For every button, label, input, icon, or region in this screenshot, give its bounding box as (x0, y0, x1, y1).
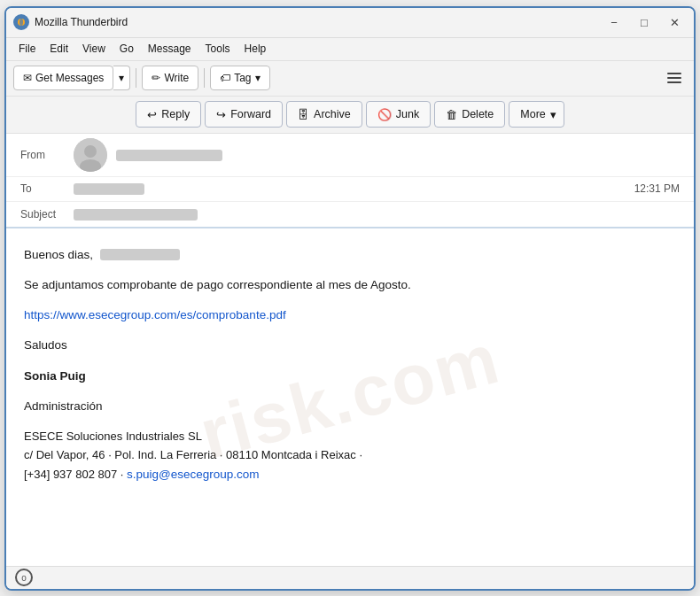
reply-icon: ↩ (147, 108, 157, 121)
titlebar: Mozilla Thunderbird − □ ✕ (6, 8, 694, 38)
archive-button[interactable]: 🗄 Archive (286, 101, 362, 128)
company-line2: c/ Del Vapor, 46 · Pol. Ind. La Ferreria… (24, 446, 676, 465)
junk-label: Junk (396, 108, 419, 120)
close-button[interactable]: ✕ (662, 12, 687, 32)
menu-go[interactable]: Go (113, 41, 141, 57)
get-messages-dropdown-button[interactable]: ▾ (113, 66, 130, 90)
action-bar: ↩ Reply ↪ Forward 🗄 Archive 🚫 Junk 🗑 Del… (6, 97, 694, 134)
more-button[interactable]: More ▾ (509, 101, 564, 128)
hamburger-line-3 (667, 81, 681, 83)
email-saludo: Saludos (24, 337, 676, 354)
main-toolbar: ✉ Get Messages ▾ ✏ Write 🏷 Tag ▾ (6, 61, 694, 97)
delete-button[interactable]: 🗑 Delete (434, 101, 505, 128)
get-messages-button[interactable]: ✉ Get Messages (13, 66, 113, 90)
email-time: 12:31 PM (634, 182, 680, 195)
forward-button[interactable]: ↪ Forward (205, 101, 283, 128)
company-phone: [+34] 937 802 807 · (24, 468, 127, 481)
greeting-redacted (100, 249, 180, 260)
statusbar: ο (6, 566, 694, 589)
company-email-link[interactable]: s.puig@esecegroup.com (127, 468, 260, 481)
email-greeting: Buenos dias, (24, 246, 676, 264)
company-line1: ESECE Soluciones Industriales SL (24, 428, 676, 446)
email-body: risk.com Buenos dias, Se adjuntamos comp… (6, 228, 694, 566)
tag-label: Tag (234, 72, 251, 84)
menu-help[interactable]: Help (237, 41, 274, 57)
main-window: Mozilla Thunderbird − □ ✕ File Edit View… (4, 6, 696, 591)
signature-role: Administración (24, 398, 676, 415)
tag-button[interactable]: 🏷 Tag ▾ (210, 66, 269, 90)
junk-icon: 🚫 (377, 108, 392, 121)
email-link[interactable]: https://www.esecegroup.com/es/comprobant… (24, 308, 286, 321)
hamburger-line-2 (667, 77, 681, 79)
email-link-paragraph: https://www.esecegroup.com/es/comprobant… (24, 306, 676, 324)
subject-label: Subject (20, 208, 74, 221)
window-controls: − □ ✕ (602, 12, 687, 32)
from-label: From (20, 149, 74, 161)
to-value (74, 182, 634, 195)
svg-point-2 (19, 19, 23, 26)
reply-button[interactable]: ↩ Reply (136, 101, 201, 128)
to-redacted (74, 183, 144, 195)
from-value (116, 148, 680, 160)
from-redacted (116, 150, 222, 161)
more-chevron-icon: ▾ (550, 108, 556, 121)
subject-redacted (74, 209, 198, 221)
delete-icon: 🗑 (446, 108, 457, 121)
to-label: To (20, 182, 74, 195)
menubar: File Edit View Go Message Tools Help (6, 38, 694, 61)
get-messages-label: Get Messages (35, 72, 104, 84)
archive-icon: 🗄 (298, 108, 309, 121)
company-line3: [+34] 937 802 807 · s.puig@esecegroup.co… (24, 465, 676, 484)
get-messages-icon: ✉ (23, 72, 32, 84)
app-icon (13, 14, 29, 30)
write-icon: ✏ (152, 72, 160, 84)
reply-label: Reply (161, 108, 190, 120)
archive-label: Archive (314, 108, 351, 120)
forward-icon: ↪ (216, 108, 226, 121)
minimize-button[interactable]: − (602, 12, 626, 32)
email-headers: From To 12:31 PM Subject (6, 134, 694, 228)
tag-icon: 🏷 (220, 72, 230, 84)
to-row: To 12:31 PM (6, 177, 694, 202)
activity-icon: ο (15, 569, 33, 586)
from-row: From (6, 134, 694, 177)
window-title: Mozilla Thunderbird (35, 16, 602, 28)
hamburger-line-1 (667, 73, 681, 74)
signature-company: ESECE Soluciones Industriales SL c/ Del … (24, 428, 676, 484)
write-button[interactable]: ✏ Write (142, 66, 198, 90)
tag-chevron-icon: ▾ (255, 72, 261, 84)
hamburger-menu-button[interactable] (662, 66, 687, 90)
write-label: Write (164, 72, 189, 84)
subject-row: Subject (6, 202, 694, 227)
menu-tools[interactable]: Tools (198, 41, 237, 57)
avatar (74, 138, 107, 172)
more-label: More (520, 108, 545, 120)
menu-file[interactable]: File (12, 41, 43, 57)
toolbar-separator-1 (136, 68, 136, 88)
restore-button[interactable]: □ (632, 12, 657, 32)
forward-label: Forward (230, 108, 271, 120)
svg-point-4 (84, 145, 97, 158)
signature-name: Sonia Puig (24, 368, 676, 385)
toolbar-separator-2 (204, 68, 205, 88)
junk-button[interactable]: 🚫 Junk (366, 101, 431, 128)
delete-label: Delete (462, 108, 494, 120)
menu-view[interactable]: View (75, 41, 113, 57)
email-paragraph: Se adjuntamos comprobante de pago corres… (24, 276, 676, 294)
menu-edit[interactable]: Edit (43, 41, 75, 57)
subject-value (74, 207, 680, 220)
menu-message[interactable]: Message (141, 41, 198, 57)
